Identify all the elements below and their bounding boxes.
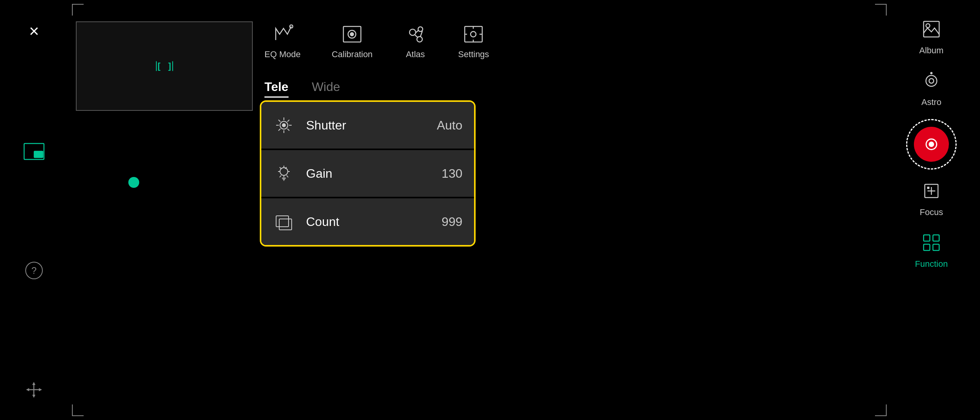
- focus-label: Focus: [920, 207, 943, 217]
- function-button[interactable]: Function: [908, 225, 955, 277]
- atlas-button[interactable]: Atlas: [404, 23, 427, 60]
- svg-line-29: [278, 120, 280, 122]
- function-label: Function: [915, 259, 948, 269]
- svg-marker-7: [39, 388, 42, 391]
- count-label: Count: [306, 215, 442, 229]
- album-button[interactable]: Album: [908, 12, 955, 63]
- help-button[interactable]: ?: [25, 262, 43, 279]
- corner-bl: [72, 404, 84, 416]
- viewfinder: [ ]: [76, 21, 253, 111]
- calibration-icon: [341, 23, 364, 45]
- album-icon: [922, 19, 941, 42]
- top-toolbar: EQ Mode Calibration Atlas: [264, 23, 489, 60]
- function-icon: [922, 233, 941, 256]
- album-label: Album: [919, 46, 943, 56]
- svg-rect-56: [927, 187, 929, 189]
- svg-marker-6: [26, 388, 29, 391]
- settings-label: Settings: [458, 49, 489, 60]
- svg-line-32: [278, 129, 280, 131]
- focus-icon: [922, 181, 941, 204]
- svg-marker-4: [32, 382, 35, 385]
- svg-line-41: [287, 175, 288, 177]
- svg-line-40: [280, 175, 281, 177]
- eq-mode-label: EQ Mode: [264, 49, 301, 60]
- settings-panel: Shutter Auto Gain 130: [260, 100, 476, 247]
- left-controls: × ?: [23, 0, 45, 420]
- svg-line-30: [287, 129, 289, 131]
- focus-button[interactable]: Focus: [908, 173, 955, 225]
- corner-tl: [72, 4, 84, 16]
- svg-point-13: [418, 27, 423, 32]
- svg-point-11: [350, 33, 354, 36]
- svg-point-49: [926, 24, 930, 28]
- shutter-label: Shutter: [306, 118, 437, 133]
- svg-point-12: [410, 29, 416, 35]
- svg-point-19: [471, 32, 476, 37]
- green-dot-indicator: [128, 177, 139, 188]
- count-icon: [273, 211, 294, 233]
- count-row[interactable]: Count 999: [261, 198, 474, 245]
- astro-icon: [922, 71, 941, 94]
- settings-icon: [462, 23, 485, 45]
- right-sidebar: Album Astro F: [906, 0, 957, 420]
- svg-point-14: [417, 37, 422, 42]
- astro-label: Astro: [921, 97, 941, 107]
- astro-button[interactable]: Astro: [908, 63, 955, 115]
- gain-icon: [273, 163, 294, 184]
- corner-br: [875, 404, 887, 416]
- atlas-icon: [404, 23, 427, 45]
- svg-rect-58: [933, 235, 939, 241]
- record-dot: [929, 142, 934, 147]
- svg-rect-57: [924, 235, 930, 241]
- eq-mode-button[interactable]: EQ Mode: [264, 23, 301, 60]
- shutter-value: Auto: [437, 118, 462, 133]
- svg-rect-48: [924, 21, 939, 37]
- record-button[interactable]: [906, 119, 957, 170]
- svg-marker-5: [32, 395, 35, 398]
- calibration-label: Calibration: [332, 49, 373, 60]
- wide-tab[interactable]: Wide: [312, 80, 340, 98]
- svg-line-16: [415, 35, 418, 37]
- gain-row[interactable]: Gain 130: [261, 150, 474, 197]
- shutter-icon: [273, 115, 294, 136]
- shutter-row[interactable]: Shutter Auto: [261, 102, 474, 149]
- move-button[interactable]: [25, 381, 43, 399]
- svg-point-33: [282, 124, 285, 127]
- svg-rect-47: [279, 219, 292, 230]
- svg-rect-1: [34, 151, 43, 158]
- eq-icon: [271, 23, 294, 45]
- svg-point-51: [929, 79, 934, 83]
- atlas-label: Atlas: [406, 49, 425, 60]
- calibration-button[interactable]: Calibration: [332, 23, 373, 60]
- svg-point-52: [930, 72, 933, 74]
- gain-value: 130: [442, 166, 462, 181]
- settings-button[interactable]: Settings: [458, 23, 489, 60]
- count-value: 999: [442, 215, 462, 229]
- svg-rect-60: [933, 244, 939, 250]
- svg-point-50: [926, 75, 937, 86]
- svg-rect-59: [924, 244, 930, 250]
- gain-label: Gain: [306, 166, 442, 181]
- lens-tabs: Tele Wide: [264, 80, 340, 98]
- record-btn-inner[interactable]: [914, 127, 949, 162]
- pip-button[interactable]: [23, 143, 45, 160]
- svg-rect-46: [276, 216, 289, 227]
- svg-line-38: [280, 167, 281, 169]
- tele-tab[interactable]: Tele: [264, 80, 289, 98]
- corner-tr: [875, 4, 887, 16]
- close-button[interactable]: ×: [29, 21, 39, 41]
- svg-line-31: [287, 120, 289, 122]
- record-indicator: [926, 138, 937, 150]
